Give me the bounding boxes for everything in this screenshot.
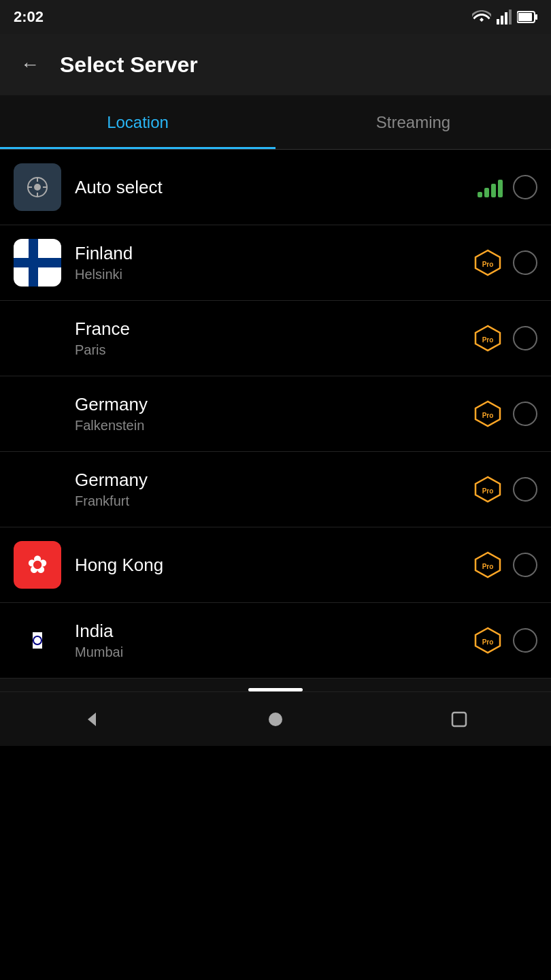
- india-sub: Mumbai: [75, 644, 473, 660]
- server-item-india[interactable]: India Mumbai Pro: [0, 603, 551, 679]
- signal-strength: [478, 177, 503, 197]
- france-right: Pro: [473, 325, 537, 352]
- nav-recents-button[interactable]: [442, 702, 476, 736]
- tab-bar: Location Streaming: [0, 95, 551, 150]
- server-item-germany-falkenstein[interactable]: Germany Falkenstein Pro: [0, 376, 551, 452]
- svg-point-8: [34, 184, 41, 191]
- svg-text:Pro: Pro: [482, 412, 494, 419]
- top-bar: ← Select Server: [0, 34, 551, 95]
- svg-text:Pro: Pro: [482, 638, 494, 646]
- select-radio-india[interactable]: [513, 628, 537, 653]
- svg-marker-19: [88, 713, 96, 726]
- auto-select-info: Auto select: [75, 177, 478, 198]
- tab-streaming[interactable]: Streaming: [276, 95, 551, 149]
- svg-point-20: [269, 713, 282, 726]
- select-radio-hongkong[interactable]: [513, 553, 537, 577]
- svg-text:Pro: Pro: [482, 487, 494, 495]
- scroll-indicator-area: [0, 679, 551, 691]
- germany-falkenstein-right: Pro: [473, 400, 537, 427]
- select-radio-germany-falkenstein[interactable]: [513, 402, 537, 426]
- auto-select-right: [478, 175, 537, 199]
- svg-rect-0: [497, 19, 499, 24]
- page-title: Select Server: [60, 52, 198, 78]
- ashoka-chakra: [33, 636, 42, 645]
- germany-frankfurt-right: Pro: [473, 476, 537, 503]
- germany-frankfurt-info: Germany Frankfurt: [75, 470, 473, 509]
- svg-rect-3: [509, 10, 512, 24]
- svg-text:Pro: Pro: [482, 336, 494, 344]
- svg-rect-6: [535, 14, 537, 20]
- signal-bar-1: [478, 192, 482, 197]
- status-icons: [472, 10, 537, 24]
- germany-frankfurt-name: Germany: [75, 470, 473, 491]
- germany-frankfurt-sub: Frankfurt: [75, 493, 473, 509]
- select-radio-france[interactable]: [513, 326, 537, 350]
- finland-info: Finland Helsinki: [75, 243, 473, 282]
- nav-back-button[interactable]: [75, 702, 109, 736]
- signal-bar-2: [484, 188, 489, 197]
- auto-select-name: Auto select: [75, 177, 478, 198]
- server-item-hongkong[interactable]: ✿ Hong Kong Pro: [0, 527, 551, 603]
- server-item-france[interactable]: France Paris Pro: [0, 301, 551, 376]
- flag-hongkong: ✿: [14, 541, 61, 589]
- flag-france: [14, 314, 61, 362]
- select-radio-germany-frankfurt[interactable]: [513, 477, 537, 502]
- battery-icon: [517, 11, 537, 23]
- server-list: Auto select Finland Helsinki Pro: [0, 150, 551, 679]
- select-radio-finland[interactable]: [513, 250, 537, 275]
- finland-sub: Helsinki: [75, 267, 473, 282]
- status-bar: 2:02: [0, 0, 551, 34]
- france-info: France Paris: [75, 318, 473, 358]
- svg-text:Pro: Pro: [482, 261, 494, 268]
- svg-text:Pro: Pro: [482, 563, 494, 570]
- finland-name: Finland: [75, 243, 473, 264]
- hongkong-info: Hong Kong: [75, 555, 473, 576]
- tab-location[interactable]: Location: [0, 95, 276, 149]
- nav-home-icon: [266, 710, 285, 729]
- germany-falkenstein-sub: Falkenstein: [75, 418, 473, 434]
- signal-bar-4: [498, 180, 503, 197]
- france-sub: Paris: [75, 342, 473, 358]
- flag-india: [14, 617, 61, 664]
- svg-rect-2: [505, 12, 507, 24]
- france-name: France: [75, 318, 473, 340]
- signal-bar-3: [491, 184, 496, 197]
- flag-germany-frankfurt: [14, 466, 61, 513]
- hongkong-flower: ✿: [27, 551, 48, 579]
- svg-rect-21: [452, 713, 466, 726]
- server-item-finland[interactable]: Finland Helsinki Pro: [0, 225, 551, 301]
- back-button[interactable]: ←: [14, 47, 46, 82]
- germany-falkenstein-name: Germany: [75, 394, 473, 415]
- nav-recents-icon: [450, 710, 469, 729]
- india-white: [33, 632, 42, 648]
- nav-home-button[interactable]: [258, 702, 293, 736]
- svg-rect-5: [518, 13, 532, 21]
- select-radio-auto[interactable]: [513, 175, 537, 199]
- svg-rect-1: [501, 16, 503, 24]
- pro-badge-hongkong: Pro: [473, 551, 503, 578]
- flag-germany-falkenstein: [14, 390, 61, 438]
- germany-falkenstein-info: Germany Falkenstein: [75, 394, 473, 434]
- server-item-germany-frankfurt[interactable]: Germany Frankfurt Pro: [0, 452, 551, 527]
- signal-icon: [497, 10, 512, 24]
- pro-badge-finland: Pro: [473, 249, 503, 276]
- pro-badge-germany-frankfurt: Pro: [473, 476, 503, 503]
- status-time: 2:02: [14, 8, 44, 26]
- india-name: India: [75, 621, 473, 642]
- pro-badge-france: Pro: [473, 325, 503, 352]
- auto-select-icon: [14, 163, 61, 211]
- pro-badge-germany-falkenstein: Pro: [473, 400, 503, 427]
- wifi-icon: [472, 10, 491, 24]
- pro-badge-india: Pro: [473, 627, 503, 654]
- india-info: India Mumbai: [75, 621, 473, 660]
- nav-bar: [0, 691, 551, 746]
- flag-finland: [14, 239, 61, 287]
- hongkong-right: Pro: [473, 551, 537, 578]
- nav-back-icon: [82, 710, 101, 729]
- server-item-auto[interactable]: Auto select: [0, 150, 551, 225]
- hongkong-name: Hong Kong: [75, 555, 473, 576]
- finland-right: Pro: [473, 249, 537, 276]
- india-right: Pro: [473, 627, 537, 654]
